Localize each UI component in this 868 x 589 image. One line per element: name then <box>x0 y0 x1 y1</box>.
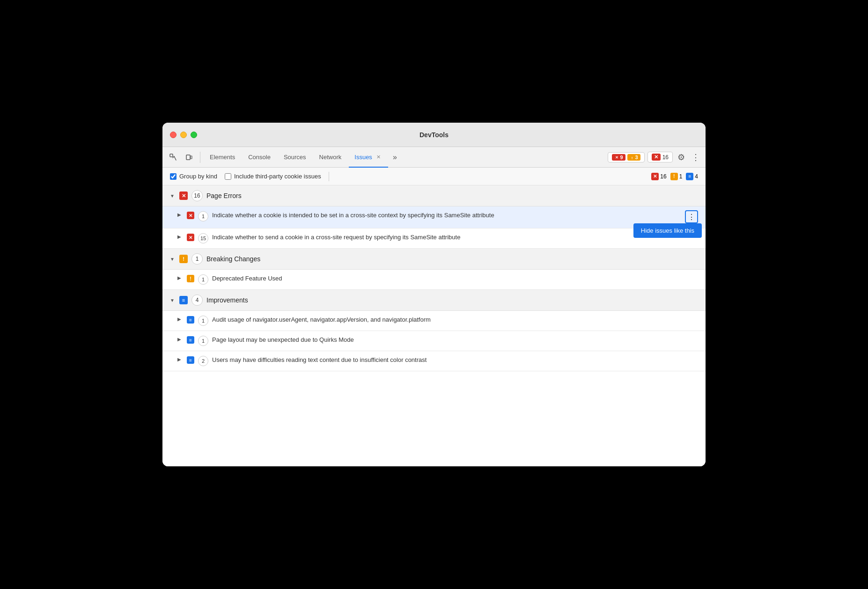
improvements-chevron: ▼ <box>170 298 176 303</box>
options-error-count: ✕ 16 <box>651 173 666 180</box>
window-title: DevTools <box>419 131 449 139</box>
improvements-count: 4 <box>191 294 203 306</box>
issue-count-1: 15 <box>198 233 208 243</box>
page-errors-title: Page Errors <box>206 192 242 199</box>
traffic-lights <box>170 132 197 138</box>
issue-color-contrast[interactable]: ▶ ≡ 2 Users may have difficulties readin… <box>162 351 706 371</box>
breaking-changes-chevron: ▼ <box>170 257 176 262</box>
svg-text:✕: ✕ <box>615 155 618 160</box>
issue-count-0: 1 <box>198 211 208 221</box>
page-errors-count: 16 <box>191 190 203 201</box>
devtools-window: DevTools Elements Console Sources <box>162 123 706 466</box>
issue-warning-icon-0: ! <box>187 275 194 282</box>
svg-rect-0 <box>170 154 173 157</box>
tab-sources[interactable]: Sources <box>278 147 312 168</box>
breaking-changes-count: 1 <box>191 253 203 265</box>
tab-issues-close[interactable]: ✕ <box>375 153 383 161</box>
issue-text-1: Indicate whether to send a cookie in a c… <box>212 233 698 242</box>
category-breaking-changes[interactable]: ▼ ! 1 Breaking Changes <box>162 249 706 270</box>
issue-count-5: 2 <box>198 356 208 366</box>
options-warning-icon: ! <box>670 173 678 180</box>
toolbar-right: ✕ 9 ! 3 ✕ 16 ⚙ ⋮ <box>608 150 702 164</box>
options-info-count: ≡ 4 <box>686 173 698 180</box>
issue-chevron-4: ▶ <box>177 337 183 342</box>
svg-text:!: ! <box>631 155 633 160</box>
issue-error-icon-1: ✕ <box>187 234 194 241</box>
category-page-errors[interactable]: ▼ ✕ 16 Page Errors <box>162 185 706 206</box>
issue-chevron-5: ▶ <box>177 357 183 362</box>
tab-issues[interactable]: Issues ✕ <box>349 147 388 168</box>
issue-info-icon-1: ≡ <box>187 336 194 344</box>
issue-chevron-1: ▶ <box>177 234 183 239</box>
issue-text-0: Indicate whether a cookie is intended to… <box>212 211 681 220</box>
close-button[interactable] <box>170 132 177 138</box>
svg-rect-1 <box>186 155 190 160</box>
issue-navigator-useragent[interactable]: ▶ ≡ 1 Audit usage of navigator.userAgent… <box>162 311 706 331</box>
more-options-button[interactable]: ⋮ <box>690 150 702 164</box>
page-errors-icon: ✕ <box>179 191 188 200</box>
issue-deprecated-feature[interactable]: ▶ ! 1 Deprecated Feature Used <box>162 270 706 290</box>
options-bar: Group by kind Include third-party cookie… <box>162 168 706 185</box>
issue-info-icon-2: ≡ <box>187 356 194 364</box>
settings-button[interactable]: ⚙ <box>676 150 687 164</box>
hide-issues-menu[interactable]: Hide issues like this <box>633 223 702 238</box>
issue-count-4: 1 <box>198 336 208 346</box>
toolbar: Elements Console Sources Network Issues … <box>162 147 706 168</box>
total-error-icon: ✕ <box>652 154 661 161</box>
titlebar: DevTools <box>162 123 706 147</box>
minimize-button[interactable] <box>180 132 187 138</box>
issues-content: ▼ ✕ 16 Page Errors ▶ ✕ 1 Indicate whethe… <box>162 185 706 466</box>
warning-badge: ! 3 <box>627 154 640 161</box>
breaking-changes-icon: ! <box>179 255 188 263</box>
category-improvements[interactable]: ▼ ≡ 4 Improvements <box>162 290 706 311</box>
issue-count-3: 1 <box>198 316 208 326</box>
issue-text-5: Users may have difficulties reading text… <box>212 356 698 364</box>
issue-menu-button-0[interactable]: ⋮ <box>685 210 698 223</box>
tab-console[interactable]: Console <box>243 147 276 168</box>
issue-text-2: Deprecated Feature Used <box>212 274 698 283</box>
more-tabs-button[interactable]: » <box>390 153 400 162</box>
options-info-icon: ≡ <box>686 173 693 180</box>
issue-chevron-2: ▶ <box>177 275 183 280</box>
issue-info-icon-0: ≡ <box>187 316 194 324</box>
group-by-kind-checkbox[interactable]: Group by kind <box>170 173 217 180</box>
device-toolbar-button[interactable] <box>182 150 196 164</box>
toolbar-divider-1 <box>200 152 200 163</box>
third-party-input[interactable] <box>225 173 231 180</box>
options-warning-count: ! 1 <box>670 173 683 180</box>
issue-chevron-0: ▶ <box>177 212 183 217</box>
issue-quirks-mode[interactable]: ▶ ≡ 1 Page layout may be unexpected due … <box>162 331 706 351</box>
breaking-changes-title: Breaking Changes <box>206 255 260 263</box>
issue-error-icon-0: ✕ <box>187 212 194 219</box>
maximize-button[interactable] <box>191 132 197 138</box>
issue-text-3: Audit usage of navigator.userAgent, navi… <box>212 316 698 324</box>
improvements-icon: ≡ <box>179 296 188 304</box>
total-error-badge[interactable]: ✕ 16 <box>647 152 673 162</box>
third-party-checkbox[interactable]: Include third-party cookie issues <box>225 173 321 180</box>
issue-cookie-cross-site[interactable]: ▶ ✕ 1 Indicate whether a cookie is inten… <box>162 206 706 228</box>
options-counts: ✕ 16 ! 1 ≡ 4 <box>651 173 698 180</box>
tab-network[interactable]: Network <box>314 147 347 168</box>
issue-cookie-send[interactable]: ▶ ✕ 15 Indicate whether to send a cookie… <box>162 228 706 249</box>
issue-chevron-3: ▶ <box>177 317 183 322</box>
issue-count-2: 1 <box>198 274 208 285</box>
group-by-kind-input[interactable] <box>170 173 177 180</box>
issue-text-4: Page layout may be unexpected due to Qui… <box>212 336 698 344</box>
error-warning-badge[interactable]: ✕ 9 ! 3 <box>608 152 644 162</box>
inspect-element-button[interactable] <box>166 150 180 164</box>
options-error-icon: ✕ <box>651 173 659 180</box>
tab-elements[interactable]: Elements <box>204 147 241 168</box>
svg-rect-2 <box>191 156 192 159</box>
improvements-title: Improvements <box>206 296 248 304</box>
options-divider <box>329 172 329 181</box>
page-errors-chevron: ▼ <box>170 193 176 199</box>
error-badge: ✕ 9 <box>612 154 625 161</box>
